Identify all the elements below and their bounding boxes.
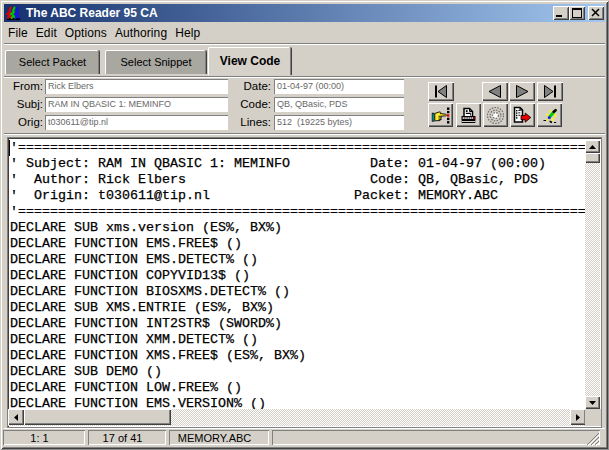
status-panel-status-extra xyxy=(272,430,600,445)
horizontal-scrollbar[interactable] xyxy=(8,409,586,426)
menu-divider-highlight xyxy=(4,44,605,45)
code-line: DECLARE FUNCTION EMS.FREE$ () xyxy=(10,236,585,252)
code-line: '=======================================… xyxy=(10,140,585,156)
scrollbar-corner xyxy=(585,409,601,426)
code-line: ' Origin: t030611@tip.nl Packet: MEMORY.… xyxy=(10,188,585,204)
field-label-code: Code: xyxy=(211,97,271,112)
scroll-up-button[interactable] xyxy=(585,140,600,153)
print-snippet-button[interactable] xyxy=(456,103,481,127)
scroll-up-icon xyxy=(589,145,596,149)
tab-view-code[interactable]: View Code xyxy=(208,47,292,75)
scroll-left-icon xyxy=(14,414,18,421)
previous-snippet-button[interactable] xyxy=(482,82,508,101)
menu-options[interactable]: Options xyxy=(61,24,111,42)
code-line: DECLARE FUNCTION INT2STR$ (SWORD%) xyxy=(10,316,585,332)
menu-help[interactable]: Help xyxy=(171,24,204,42)
field-lines[interactable]: 512 (19225 bytes) xyxy=(274,115,404,130)
target-disc-button[interactable] xyxy=(483,103,508,127)
last-snippet-icon xyxy=(540,85,560,98)
code-view-bottom-highlight xyxy=(4,428,605,429)
resize-grip[interactable] xyxy=(586,432,600,446)
field-orig[interactable]: t030611@tip.nl xyxy=(45,115,228,130)
app-window: The ABC Reader 95 CA FileEditOptionsAuth… xyxy=(0,0,609,450)
tab-select-packet[interactable]: Select Packet xyxy=(5,50,100,74)
menu-authoring[interactable]: Authoring xyxy=(111,24,171,42)
status-bar: 1: 117 of 41MEMORY.ABC xyxy=(3,430,606,445)
tab-select-snippet[interactable]: Select Snippet xyxy=(105,50,207,74)
code-line: DECLARE SUB DEMO () xyxy=(10,364,585,380)
scroll-down-button[interactable] xyxy=(585,396,600,409)
scroll-right-button[interactable] xyxy=(570,409,586,425)
field-subj[interactable]: RAM IN QBASIC 1: MEMINFO xyxy=(45,97,228,112)
close-icon xyxy=(588,6,604,20)
export-snippet-button[interactable] xyxy=(510,103,535,127)
close-button[interactable] xyxy=(588,6,604,20)
code-line: DECLARE FUNCTION COPYVID13$ () xyxy=(10,268,585,284)
caption-buttons xyxy=(4,4,605,22)
code-line: ' Subject: RAM IN QBASIC 1: MEMINFO Date… xyxy=(10,156,585,172)
scroll-right-icon xyxy=(576,414,580,421)
code-line: DECLARE FUNCTION LOW.FREE% () xyxy=(10,380,585,396)
field-date[interactable]: 01-04-97 (00:00) xyxy=(274,79,404,94)
field-label-date: Date: xyxy=(211,79,271,94)
code-line: DECLARE SUB xms.version (ES%, BX%) xyxy=(10,220,585,236)
field-label-from: From: xyxy=(0,79,43,94)
maximize-button[interactable] xyxy=(569,6,585,20)
field-label-subj: Subj: xyxy=(0,97,43,112)
status-panel-snippet-count: 17 of 41 xyxy=(88,430,166,445)
goto-snippet-icon xyxy=(431,107,451,124)
field-from[interactable]: Rick Elbers xyxy=(45,79,228,94)
minimize-button[interactable] xyxy=(553,6,569,20)
menu-file[interactable]: File xyxy=(4,24,32,42)
code-line: ' Author: Rick Elbers Code: QB, QBasic, … xyxy=(10,172,585,188)
scroll-down-icon xyxy=(589,401,596,405)
vertical-scrollbar[interactable] xyxy=(585,140,600,409)
goto-snippet-button[interactable] xyxy=(428,103,453,127)
menu-edit[interactable]: Edit xyxy=(32,24,61,42)
field-label-lines: Lines: xyxy=(211,115,271,130)
code-line: DECLARE FUNCTION BIOSXMS.DETECT% () xyxy=(10,284,585,300)
code-line: DECLARE FUNCTION XMM.DETECT% () xyxy=(10,332,585,348)
maximize-icon xyxy=(569,6,585,20)
export-snippet-icon xyxy=(513,106,532,124)
field-label-orig: Orig: xyxy=(0,115,43,130)
code-line: DECLARE SUB XMS.ENTRIE (ES%, BX%) xyxy=(10,300,585,316)
first-snippet-icon xyxy=(431,85,451,98)
run-snippet-button[interactable] xyxy=(537,103,562,127)
panel-top-line-highlight xyxy=(4,77,605,78)
code-line: DECLARE FUNCTION XMS.FREE$ (ES%, BX%) xyxy=(10,348,585,364)
tab-strip: Select PacketSelect SnippetView Code xyxy=(4,46,605,76)
next-snippet-button[interactable] xyxy=(509,82,535,101)
print-snippet-icon xyxy=(460,107,477,124)
next-snippet-icon xyxy=(513,85,531,98)
header-divider-highlight xyxy=(4,134,605,135)
code-text[interactable]: '=======================================… xyxy=(10,140,585,411)
code-view[interactable]: '=======================================… xyxy=(7,137,602,428)
last-snippet-button[interactable] xyxy=(537,82,563,101)
code-line: DECLARE FUNCTION EMS.DETECT% () xyxy=(10,252,585,268)
field-code[interactable]: QB, QBasic, PDS xyxy=(274,97,404,112)
horizontal-scroll-thumb[interactable] xyxy=(24,409,171,425)
status-panel-packet-name: MEMORY.ABC xyxy=(169,430,269,445)
title-bar: The ABC Reader 95 CA xyxy=(4,4,605,22)
first-snippet-button[interactable] xyxy=(428,82,454,101)
previous-snippet-icon xyxy=(486,85,504,98)
run-snippet-icon xyxy=(541,106,559,124)
vertical-scroll-thumb[interactable] xyxy=(585,153,600,163)
status-panel-cursor-position: 1: 1 xyxy=(3,430,85,445)
code-line: '=======================================… xyxy=(10,204,585,220)
minimize-icon xyxy=(553,6,569,20)
target-disc-icon xyxy=(486,106,505,125)
menu-bar: FileEditOptionsAuthoringHelp xyxy=(4,23,605,43)
scroll-left-button[interactable] xyxy=(8,409,24,425)
